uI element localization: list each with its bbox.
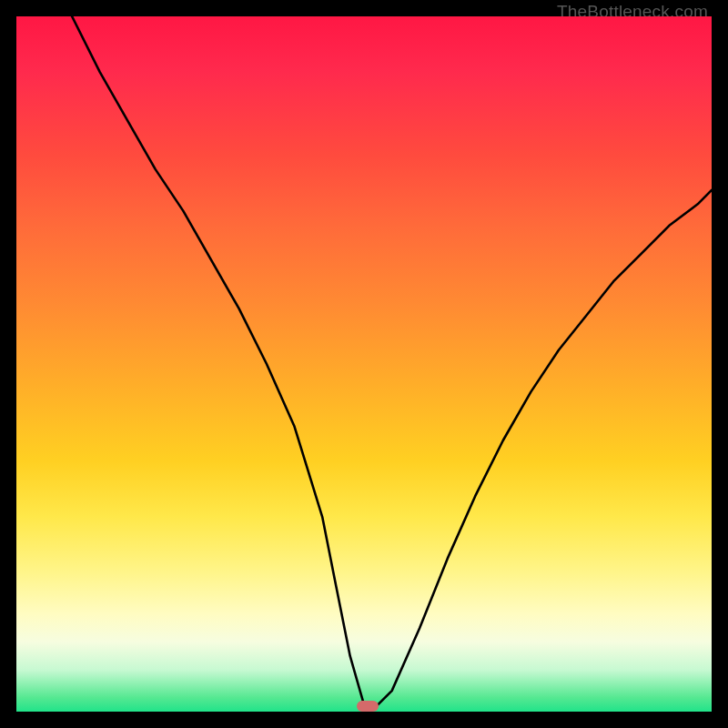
chart-frame: TheBottleneck.com xyxy=(16,16,712,712)
optimum-marker xyxy=(357,701,379,712)
bottleneck-curve xyxy=(16,16,712,712)
